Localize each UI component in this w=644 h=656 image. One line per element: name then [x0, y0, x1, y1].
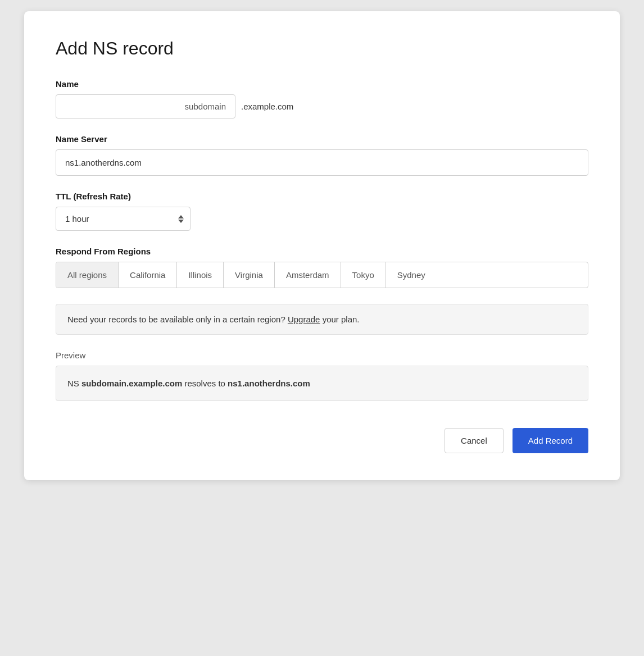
name-server-input[interactable] [56, 149, 588, 176]
ttl-label: TTL (Refresh Rate) [56, 192, 588, 201]
ttl-select[interactable]: 1 minute 5 minutes 15 minutes 30 minutes… [56, 207, 191, 231]
upgrade-notice: Need your records to be available only i… [56, 304, 588, 335]
region-all-regions[interactable]: All regions [56, 262, 119, 288]
preview-box: NS subdomain.example.com resolves to ns1… [56, 366, 588, 401]
dialog-title: Add NS record [56, 38, 588, 59]
preview-text-middle: resolves to [184, 379, 228, 388]
region-tokyo[interactable]: Tokyo [341, 262, 386, 288]
region-amsterdam[interactable]: Amsterdam [275, 262, 341, 288]
name-input[interactable] [56, 94, 235, 119]
preview-text-before: NS [67, 379, 79, 388]
actions-row: Cancel Add Record [56, 428, 588, 453]
region-sydney[interactable]: Sydney [386, 262, 437, 288]
preview-domain: subdomain.example.com [81, 379, 182, 388]
preview-label: Preview [56, 350, 588, 360]
name-server-field-group: Name Server [56, 134, 588, 176]
add-record-button[interactable]: Add Record [513, 428, 588, 453]
name-suffix: .example.com [241, 102, 293, 111]
region-california[interactable]: California [119, 262, 177, 288]
preview-group: Preview NS subdomain.example.com resolve… [56, 350, 588, 401]
name-label: Name [56, 79, 588, 89]
cancel-button[interactable]: Cancel [445, 428, 504, 453]
name-row: .example.com [56, 94, 588, 119]
name-field-group: Name .example.com [56, 79, 588, 119]
name-server-label: Name Server [56, 134, 588, 144]
ttl-field-group: TTL (Refresh Rate) 1 minute 5 minutes 15… [56, 192, 588, 231]
preview-nameserver: ns1.anotherdns.com [228, 379, 310, 388]
regions-field-group: Respond From Regions All regions Califor… [56, 247, 588, 288]
dialog-card: Add NS record Name .example.com Name Ser… [24, 11, 620, 480]
upgrade-link[interactable]: Upgrade [288, 315, 320, 324]
upgrade-text-after: your plan. [323, 315, 360, 324]
regions-label: Respond From Regions [56, 247, 588, 256]
region-illinois[interactable]: Illinois [177, 262, 224, 288]
upgrade-text-before: Need your records to be available only i… [67, 315, 285, 324]
ttl-wrapper: 1 minute 5 minutes 15 minutes 30 minutes… [56, 207, 191, 231]
region-virginia[interactable]: Virginia [224, 262, 275, 288]
regions-container: All regions California Illinois Virginia… [56, 262, 588, 288]
